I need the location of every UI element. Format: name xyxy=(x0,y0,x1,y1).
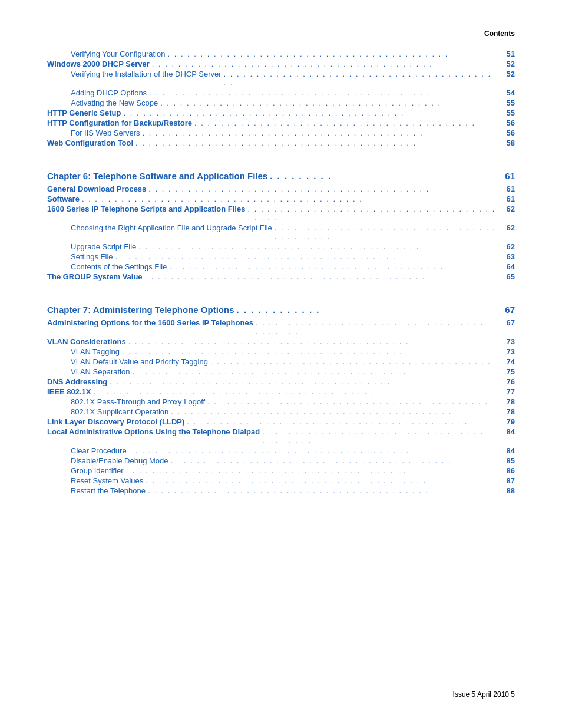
toc-page-number: 78 xyxy=(498,397,515,406)
toc-dots: . . . . . . . . . . . . . . . . . . . . … xyxy=(152,60,496,68)
toc-entry-label: VLAN Considerations xyxy=(47,337,126,346)
list-item: Choosing the Right Application File and … xyxy=(47,223,515,241)
toc-page-number: 63 xyxy=(498,252,515,261)
toc-page-number: 52 xyxy=(498,60,515,68)
toc-entry-label: Verifying Your Configuration xyxy=(71,50,165,58)
toc-entry-label: The GROUP System Value xyxy=(47,272,143,281)
toc-entry-label: Reset System Values xyxy=(71,476,143,485)
chapter6-heading: Chapter 6: Telephone Software and Applic… xyxy=(47,171,515,181)
toc-page-number: 84 xyxy=(498,446,515,455)
toc-dots: . . . . . . . . . . . . . . . . . . . . … xyxy=(167,50,496,58)
chapter6-label: Chapter 6: Telephone Software and Applic… xyxy=(47,171,267,181)
toc-dots: . . . . . . . . . . . . . . . . . . . . … xyxy=(126,466,496,475)
toc-entry-label: Local Administrative Options Using the T… xyxy=(47,427,260,436)
toc-page-number: 58 xyxy=(498,139,515,147)
toc-dots: . . . . . . . . . . . . . . . . . . . . … xyxy=(210,357,496,366)
list-item: General Download Process. . . . . . . . … xyxy=(47,185,515,193)
toc-dots: . . . . . . . . . . . . . . . . . . . . … xyxy=(149,88,496,97)
toc-dots: . . . . . . . . . . . . . . . . . . . . … xyxy=(194,118,496,127)
toc-page-number: 51 xyxy=(498,50,515,58)
toc-entry-label: Web Configuration Tool xyxy=(47,139,133,147)
toc-entry-label: Group Identifier xyxy=(71,466,124,475)
toc-entry-label: Settings File xyxy=(71,252,113,261)
toc-entry-label: Clear Procedure xyxy=(71,446,127,455)
toc-page-number: 84 xyxy=(498,427,515,436)
list-item: VLAN Tagging. . . . . . . . . . . . . . … xyxy=(47,347,515,356)
list-item: Software. . . . . . . . . . . . . . . . … xyxy=(47,195,515,203)
page: Contents Verifying Your Configuration. .… xyxy=(0,0,562,728)
toc-dots: . . . . . . . . . . . . . . . . . . . . … xyxy=(224,70,496,87)
toc-dots: . . . . . . . . . . . . . . . . . . . . … xyxy=(187,417,496,426)
toc-dots: . . . . . . . . . . . . . . . . . . . . … xyxy=(146,476,496,485)
toc-entry-label: DNS Addressing xyxy=(47,377,107,386)
chapter7-page: 67 xyxy=(498,305,515,315)
toc-dots: . . . . . . . . . . . . . . . . . . . . … xyxy=(143,129,496,137)
chapter6-dots: . . . . . . . . . xyxy=(270,171,496,181)
toc-entry-label: 802.1X Pass-Through and Proxy Logoff xyxy=(71,397,205,406)
toc-entry-label: General Download Process xyxy=(47,185,146,193)
toc-entry-label: Windows 2000 DHCP Server xyxy=(47,60,150,68)
list-item: Clear Procedure. . . . . . . . . . . . .… xyxy=(47,446,515,455)
list-item: Local Administrative Options Using the T… xyxy=(47,427,515,445)
toc-page-number: 52 xyxy=(498,70,515,78)
toc-dots: . . . . . . . . . . . . . . . . . . . . … xyxy=(110,377,496,386)
toc-dots: . . . . . . . . . . . . . . . . . . . . … xyxy=(93,387,496,396)
toc-page-number: 88 xyxy=(498,486,515,495)
chapter6-entries: General Download Process. . . . . . . . … xyxy=(47,185,515,281)
toc-entry-label: Software xyxy=(47,195,80,203)
toc-entry-label: Verifying the Installation of the DHCP S… xyxy=(71,70,222,78)
toc-page-number: 87 xyxy=(498,476,515,485)
toc-page-number: 78 xyxy=(498,407,515,416)
toc-dots: . . . . . . . . . . . . . . . . . . . . … xyxy=(171,456,497,465)
toc-dots: . . . . . . . . . . . . . . . . . . . . … xyxy=(135,139,496,147)
list-item: Settings File. . . . . . . . . . . . . .… xyxy=(47,252,515,261)
list-item: Group Identifier. . . . . . . . . . . . … xyxy=(47,466,515,475)
chapter7-dots: . . . . . . . . . . . . xyxy=(237,305,496,315)
toc-page-number: 61 xyxy=(498,185,515,193)
toc-entry-label: Activating the New Scope xyxy=(71,98,158,107)
toc-dots: . . . . . . . . . . . . . . . . . . . . … xyxy=(160,98,496,107)
toc-page-number: 56 xyxy=(498,129,515,137)
toc-dots: . . . . . . . . . . . . . . . . . . . . … xyxy=(169,262,496,271)
toc-page-number: 74 xyxy=(498,357,515,366)
list-item: Reset System Values. . . . . . . . . . .… xyxy=(47,476,515,485)
list-item: Contents of the Settings File. . . . . .… xyxy=(47,262,515,271)
toc-dots: . . . . . . . . . . . . . . . . . . . . … xyxy=(171,407,496,416)
toc-page-number: 77 xyxy=(498,387,515,396)
toc-page-number: 79 xyxy=(498,417,515,426)
toc-dots: . . . . . . . . . . . . . . . . . . . . … xyxy=(138,242,496,251)
chapter7-label: Chapter 7: Administering Telephone Optio… xyxy=(47,305,234,315)
header-label: Contents xyxy=(484,29,515,38)
toc-dots: . . . . . . . . . . . . . . . . . . . . … xyxy=(82,195,496,203)
list-item: Restart the Telephone. . . . . . . . . .… xyxy=(47,486,515,495)
toc-entry-label: 802.1X Supplicant Operation xyxy=(71,407,168,416)
toc-dots: . . . . . . . . . . . . . . . . . . . . … xyxy=(256,318,496,336)
list-item: Upgrade Script File. . . . . . . . . . .… xyxy=(47,242,515,251)
toc-dots: . . . . . . . . . . . . . . . . . . . . … xyxy=(262,427,496,445)
toc-page-number: 86 xyxy=(498,466,515,475)
toc-entry-label: Disable/Enable Debug Mode xyxy=(71,456,168,465)
list-item: VLAN Considerations. . . . . . . . . . .… xyxy=(47,337,515,346)
page-footer: Issue 5 April 2010 5 xyxy=(453,690,515,699)
toc-entry-label: Adding DHCP Options xyxy=(71,88,147,97)
footer-text: Issue 5 April 2010 5 xyxy=(453,690,515,699)
list-item: Activating the New Scope. . . . . . . . … xyxy=(47,98,515,107)
toc-page-number: 64 xyxy=(498,262,515,271)
list-item: Link Layer Discovery Protocol (LLDP). . … xyxy=(47,417,515,426)
list-item: Adding DHCP Options. . . . . . . . . . .… xyxy=(47,88,515,97)
toc-dots: . . . . . . . . . . . . . . . . . . . . … xyxy=(128,337,496,346)
toc-entry-label: 1600 Series IP Telephone Scripts and App… xyxy=(47,205,245,213)
toc-page-number: 62 xyxy=(498,223,515,232)
toc-entry-label: Upgrade Script File xyxy=(71,242,136,251)
toc-dots: . . . . . . . . . . . . . . . . . . . . … xyxy=(145,272,496,281)
list-item: Administering Options for the 1600 Serie… xyxy=(47,318,515,336)
list-item: HTTP Configuration for Backup/Restore. .… xyxy=(47,118,515,127)
toc-page-number: 85 xyxy=(498,456,515,465)
list-item: IEEE 802.1X. . . . . . . . . . . . . . .… xyxy=(47,387,515,396)
toc-dots: . . . . . . . . . . . . . . . . . . . . … xyxy=(132,367,496,376)
list-item: The GROUP System Value. . . . . . . . . … xyxy=(47,272,515,281)
toc-page-number: 62 xyxy=(498,242,515,251)
toc-page-number: 73 xyxy=(498,337,515,346)
toc-page-number: 76 xyxy=(498,377,515,386)
toc-page-number: 65 xyxy=(498,272,515,281)
